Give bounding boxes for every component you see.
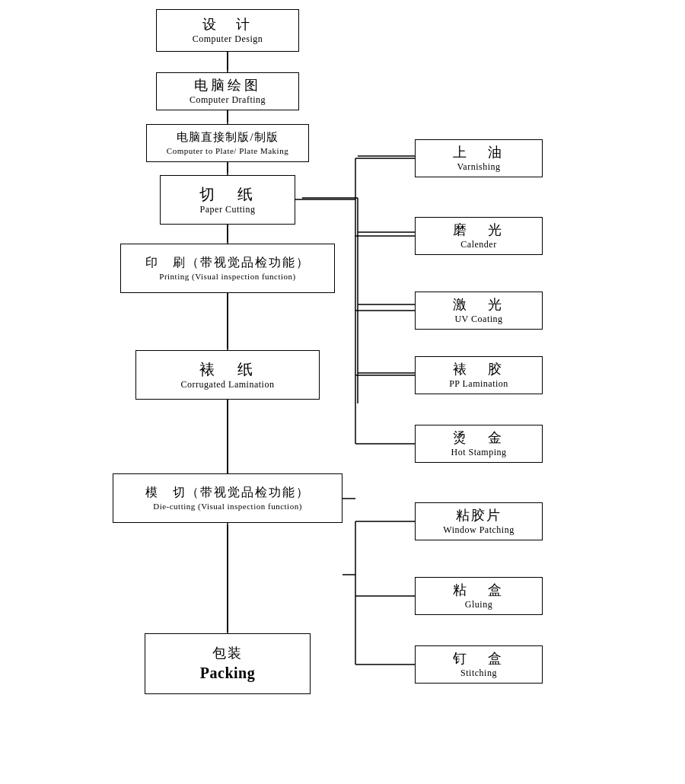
connector-lines: [0, 0, 685, 784]
stitching-en: Stitching: [460, 668, 497, 680]
printing-en: Printing (Visual inspection function): [159, 271, 295, 282]
paper-cutting-node: 切 纸 Paper Cutting: [160, 175, 295, 225]
window-patching-cn: 粘胶片: [456, 507, 502, 524]
computer-design-node: 设 计 Computer Design: [156, 9, 299, 52]
die-cutting-cn: 模 切（带视觉品检功能）: [145, 485, 310, 501]
gluing-en: Gluing: [465, 599, 492, 611]
corrugated-node: 裱 纸 Corrugated Lamination: [135, 350, 320, 400]
corrugated-cn: 裱 纸: [199, 359, 256, 379]
gluing-node: 粘 盒 Gluing: [415, 577, 543, 615]
calender-en: Calender: [460, 239, 496, 251]
pp-lamination-cn: 裱 胶: [453, 361, 505, 378]
computer-drafting-node: 电脑绘图 Computer Drafting: [156, 72, 299, 110]
die-cutting-en: Die-cutting (Visual inspection function): [153, 501, 302, 512]
stitching-node: 钉 盒 Stitching: [415, 645, 543, 684]
pp-lamination-node: 裱 胶 PP Lamination: [415, 356, 543, 394]
varnishing-en: Varnishing: [457, 161, 501, 174]
plate-making-node: 电脑直接制版/制版 Computer to Plate/ Plate Makin…: [146, 124, 309, 162]
paper-cutting-cn: 切 纸: [199, 184, 256, 204]
flow-connectors: [0, 0, 685, 784]
hot-stamping-en: Hot Stamping: [451, 447, 506, 459]
computer-drafting-cn: 电脑绘图: [194, 77, 261, 94]
packing-cn: 包装: [212, 645, 243, 662]
stitching-cn: 钉 盒: [453, 650, 505, 668]
plate-making-cn: 电脑直接制版/制版: [177, 130, 278, 145]
hot-stamping-node: 烫 金 Hot Stamping: [415, 425, 543, 463]
paper-cutting-en: Paper Cutting: [200, 204, 256, 216]
varnishing-node: 上 油 Varnishing: [415, 139, 543, 177]
window-patching-node: 粘胶片 Window Patching: [415, 502, 543, 540]
varnishing-cn: 上 油: [453, 144, 505, 161]
calender-cn: 磨 光: [453, 221, 505, 239]
process-diagram: 设 计 Computer Design 电脑绘图 Computer Drafti…: [0, 0, 685, 784]
printing-cn: 印 刷（带视觉品检功能）: [145, 255, 310, 271]
uv-coating-en: UV Coating: [454, 314, 502, 326]
computer-drafting-en: Computer Drafting: [190, 94, 266, 107]
computer-design-cn: 设 计: [202, 16, 253, 33]
pp-lamination-en: PP Lamination: [449, 378, 508, 390]
gluing-cn: 粘 盒: [453, 582, 505, 599]
plate-making-en: Computer to Plate/ Plate Making: [167, 145, 288, 156]
printing-node: 印 刷（带视觉品检功能） Printing (Visual inspection…: [120, 244, 335, 293]
die-cutting-node: 模 切（带视觉品检功能） Die-cutting (Visual inspect…: [113, 473, 342, 523]
uv-coating-cn: 激 光: [453, 296, 505, 314]
uv-coating-node: 激 光 UV Coating: [415, 292, 543, 330]
packing-node: 包装 Packing: [145, 633, 311, 694]
window-patching-en: Window Patching: [443, 524, 514, 537]
calender-node: 磨 光 Calender: [415, 217, 543, 255]
corrugated-en: Corrugated Lamination: [181, 379, 275, 391]
packing-en: Packing: [200, 663, 255, 683]
computer-design-en: Computer Design: [193, 33, 263, 46]
hot-stamping-cn: 烫 金: [453, 429, 505, 447]
